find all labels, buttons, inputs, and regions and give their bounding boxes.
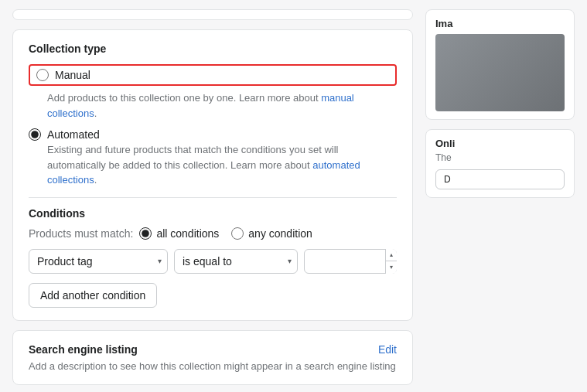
- collection-type-title: Collection type: [29, 43, 397, 55]
- collection-type-card: Collection type Manual Add products to t…: [12, 29, 413, 321]
- value-input-wrapper: ▴ ▾: [304, 249, 397, 274]
- operator-select[interactable]: is equal to is not equal to starts with …: [174, 249, 298, 274]
- conditions-section: Conditions Products must match: all cond…: [29, 207, 397, 308]
- se-edit-link[interactable]: Edit: [378, 343, 397, 356]
- spinner-down-button[interactable]: ▾: [386, 261, 397, 274]
- sidebar-image-card: Ima: [425, 9, 575, 120]
- any-condition-label: any condition: [248, 227, 312, 240]
- automated-label-row: Automated: [29, 128, 397, 141]
- automated-desc: Existing and future products that match …: [29, 142, 397, 188]
- automated-radio[interactable]: [29, 128, 41, 141]
- image-placeholder: [435, 34, 565, 111]
- match-options: all conditions any condition: [139, 227, 312, 240]
- match-row: Products must match: all conditions any …: [29, 227, 397, 240]
- se-header: Search engine listing Edit: [29, 343, 397, 356]
- manual-label: Manual: [55, 69, 90, 81]
- manual-desc: Add products to this collection one by o…: [29, 90, 397, 121]
- top-card: [12, 9, 413, 20]
- conditions-title: Conditions: [29, 207, 397, 220]
- sidebar-online-button[interactable]: D: [435, 169, 565, 189]
- add-condition-button[interactable]: Add another condition: [29, 283, 157, 308]
- manual-radio[interactable]: [36, 69, 49, 81]
- se-title: Search engine listing: [29, 343, 138, 356]
- condition-row: Product tag Product title Product type P…: [29, 249, 397, 274]
- divider: [29, 197, 397, 198]
- automated-label: Automated: [47, 128, 100, 141]
- sidebar-online-card: Onli The D: [425, 129, 575, 198]
- condition-value-input[interactable]: [304, 249, 397, 274]
- field-select-wrapper: Product tag Product title Product type P…: [29, 249, 168, 274]
- right-sidebar: Ima Onli The D: [425, 9, 575, 385]
- manual-box[interactable]: Manual: [29, 64, 397, 86]
- all-conditions-option[interactable]: all conditions: [139, 227, 219, 240]
- sidebar-online-title: Onli: [435, 138, 565, 149]
- spinner-buttons: ▴ ▾: [385, 249, 397, 274]
- field-select[interactable]: Product tag Product title Product type P…: [29, 249, 168, 274]
- se-desc: Add a description to see how this collec…: [29, 360, 397, 372]
- search-engine-card: Search engine listing Edit Add a descrip…: [12, 330, 413, 385]
- automated-option: Automated Existing and future products t…: [29, 128, 397, 188]
- add-condition-label: Add another condition: [40, 289, 145, 302]
- any-condition-option[interactable]: any condition: [231, 227, 312, 240]
- manual-option: Manual Add products to this collection o…: [29, 64, 397, 121]
- all-conditions-radio[interactable]: [139, 227, 152, 240]
- sidebar-image-title: Ima: [426, 10, 574, 34]
- any-condition-radio[interactable]: [231, 227, 244, 240]
- collection-type-radio-group: Manual Add products to this collection o…: [29, 64, 397, 188]
- spinner-up-button[interactable]: ▴: [386, 249, 397, 262]
- all-conditions-label: all conditions: [156, 227, 219, 240]
- match-label: Products must match:: [29, 227, 133, 240]
- operator-select-wrapper: is equal to is not equal to starts with …: [174, 249, 298, 274]
- sidebar-online-desc: The: [435, 152, 565, 163]
